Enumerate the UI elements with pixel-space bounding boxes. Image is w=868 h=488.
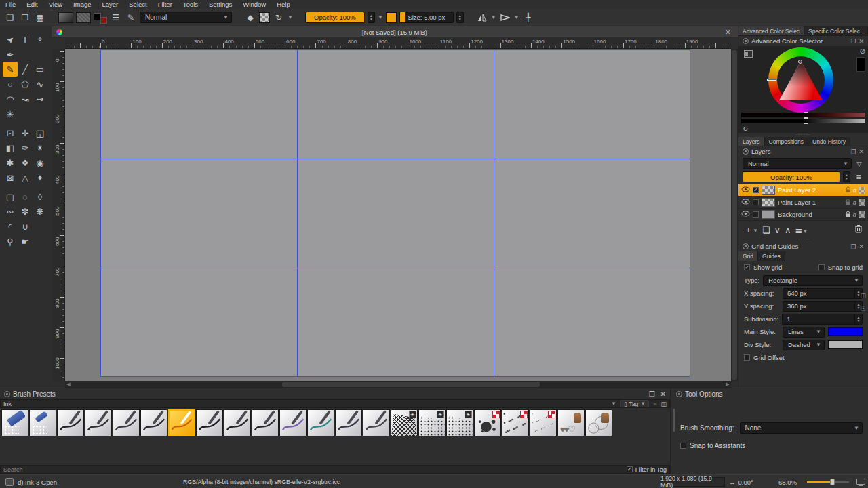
brush-preset-brush-rough[interactable] — [252, 409, 279, 436]
brush-preset-gpen[interactable] — [196, 409, 223, 436]
move-layer-down-button[interactable]: ∨ — [774, 225, 781, 235]
bezier-curve-tool[interactable]: ◠ — [3, 92, 18, 106]
grid-offset-checkbox[interactable] — [744, 354, 750, 361]
brush-preset-halftone-dots[interactable]: ✳ — [418, 409, 446, 436]
dock-divider[interactable] — [673, 409, 675, 432]
float-docker-icon[interactable]: ❐ — [850, 243, 856, 250]
chevron-down-icon[interactable]: ▼ — [491, 14, 496, 20]
save-document-icon[interactable]: ▦ — [34, 12, 46, 24]
multibrush-tool[interactable]: ✳ — [3, 106, 18, 121]
background-color[interactable] — [100, 17, 107, 24]
canvas-viewport[interactable] — [65, 49, 731, 381]
layer-properties-button[interactable]: ≣▼ — [795, 225, 808, 235]
tab-advanced-color-selector[interactable]: Advanced Color Selec... — [738, 26, 804, 35]
layer-row-paint-layer-2[interactable]: ✓Paint Layer 2α — [738, 184, 868, 197]
chevron-down-icon[interactable]: ▼ — [514, 14, 519, 20]
freehand-selection-tool[interactable]: ∾ — [3, 204, 18, 219]
new-document-icon[interactable]: ❏ — [4, 12, 16, 24]
brush-preset-ink-pen-bold[interactable] — [57, 409, 84, 436]
vertical-scrollbar[interactable] — [731, 49, 738, 381]
brush-smoothing-dropdown[interactable]: None ▼ — [740, 422, 863, 434]
layer-checkbox[interactable] — [753, 211, 759, 218]
vertical-scrollbar-thumb[interactable] — [732, 50, 737, 380]
chevron-down-icon[interactable]: ▼ — [378, 14, 383, 20]
bezier-selection-tool[interactable]: ◜ — [3, 219, 18, 234]
canvas-document[interactable] — [100, 49, 690, 377]
subdivision-spinbox[interactable]: 1 ▲▼ — [782, 314, 863, 325]
main-style-color-swatch[interactable] — [828, 327, 863, 336]
gradient-chooser[interactable] — [58, 12, 73, 23]
polygon-tool[interactable]: ⬠ — [18, 77, 33, 92]
grid-type-dropdown[interactable]: Rectangle ▼ — [763, 275, 863, 286]
polyline-tool[interactable]: ∿ — [33, 77, 47, 92]
assistants-tool[interactable]: ⊠ — [3, 170, 18, 185]
add-layer-button[interactable]: ＋▼ — [744, 224, 758, 236]
tab-grid[interactable]: Grid — [738, 251, 758, 261]
layer-row-paint-layer-1[interactable]: Paint Layer 1α — [738, 197, 868, 209]
magnetic-selection-tool[interactable]: ∪ — [18, 219, 33, 234]
alpha-lock-icon[interactable]: α — [853, 199, 856, 206]
brush-preset-halftone-hatch[interactable]: ✳ — [391, 409, 418, 436]
tag-button[interactable]: ▯Tag▼ — [620, 400, 649, 407]
edit-shapes-tool[interactable]: ⌖ — [33, 32, 47, 47]
strip-handle[interactable] — [804, 118, 808, 124]
menu-item-window[interactable]: Window — [237, 0, 271, 9]
current-tag[interactable]: Ink — [3, 401, 12, 407]
rectangle-tool[interactable]: ▭ — [33, 62, 47, 77]
brush-preset-splatter[interactable] — [474, 409, 501, 436]
brush-preset-eraser-wide[interactable] — [1, 409, 28, 436]
lock-icon[interactable] — [743, 243, 749, 249]
selector-settings-icon[interactable] — [744, 50, 753, 58]
foreground-background-colors[interactable] — [94, 12, 107, 24]
menu-item-image[interactable]: Image — [68, 0, 96, 9]
filter-layers-icon[interactable]: ▽ — [854, 160, 864, 167]
gradient-tool[interactable]: ◧ — [3, 140, 18, 155]
zoom-slider-knob[interactable] — [830, 479, 835, 485]
freehand-brush-tool[interactable]: ✎ — [3, 62, 18, 77]
layer-opacity-slider[interactable]: Opacity: 100% — [743, 171, 840, 182]
filter-in-tag-checkbox[interactable]: ✓ — [627, 466, 633, 472]
brush-preset-stamp-hearts[interactable]: ♥♥♡ — [557, 409, 585, 436]
layer-menu-icon[interactable]: ≡ — [853, 172, 864, 182]
layer-visibility-icon[interactable] — [741, 199, 750, 206]
colorspace-info[interactable]: RGB/Alpha (8-bit integer/channel) sRGB-e… — [183, 479, 340, 485]
vertical-ruler[interactable]: 01002003004005006007008009001000 — [53, 49, 65, 381]
y-spacing-spinbox[interactable]: 360 px ▲▼ — [783, 301, 863, 312]
alpha-lock-icon[interactable]: α — [853, 211, 856, 218]
menu-icon[interactable]: ≡ — [653, 401, 656, 407]
measure-tool[interactable]: △ — [18, 170, 33, 185]
chevron-down-icon[interactable]: ▼ — [288, 14, 293, 20]
horizontal-scrollbar[interactable]: ◀ ▶ ······ — [65, 381, 731, 388]
move-layer-up-button[interactable]: ∧ — [785, 225, 791, 235]
canvas-rotation[interactable]: ↔0.00° — [729, 479, 753, 486]
refresh-icon[interactable]: ↻ — [743, 125, 748, 133]
eraser-mode-icon[interactable]: ◆ — [244, 12, 256, 24]
layer-blending-mode-dropdown[interactable]: Normal ▼ — [743, 158, 852, 169]
text-tool[interactable]: T — [18, 32, 33, 47]
crop-tool[interactable]: ◱ — [33, 125, 47, 140]
layer-thumbnail[interactable] — [762, 210, 775, 219]
link-spacing-icons[interactable]: ◫⎘ — [860, 292, 866, 312]
menu-item-settings[interactable]: Settings — [203, 0, 237, 9]
close-docker-icon[interactable]: ✕ — [859, 38, 864, 45]
tab-layers[interactable]: Layers — [738, 137, 765, 146]
foreground-color[interactable] — [94, 13, 101, 20]
zoom-slider[interactable] — [807, 481, 849, 483]
search-input[interactable]: Search — [3, 466, 23, 473]
reference-images-tool[interactable]: ✦ — [33, 170, 47, 185]
delete-layer-button[interactable] — [854, 224, 863, 235]
fullscreen-icon[interactable] — [856, 479, 865, 485]
no-color-icon[interactable]: ⊘ — [860, 47, 865, 55]
menu-item-edit[interactable]: Edit — [21, 0, 43, 9]
main-style-dropdown[interactable]: Lines ▼ — [783, 327, 825, 338]
layer-checkbox[interactable]: ✓ — [753, 187, 759, 193]
layer-lock-icon[interactable] — [845, 186, 851, 195]
blending-mode-dropdown[interactable]: Normal ▼ — [140, 12, 232, 23]
x-spacing-spinbox[interactable]: 640 px ▲▼ — [783, 288, 863, 299]
snap-to-grid-checkbox[interactable] — [818, 264, 825, 270]
float-docker-icon[interactable]: ❐ — [649, 390, 655, 398]
duplicate-layer-button[interactable]: ❏ — [762, 225, 770, 235]
brush-preset-pencil-rainbow[interactable] — [279, 409, 307, 436]
tab-guides[interactable]: Guides — [758, 251, 785, 261]
pan-tool[interactable]: ☛ — [18, 234, 33, 249]
